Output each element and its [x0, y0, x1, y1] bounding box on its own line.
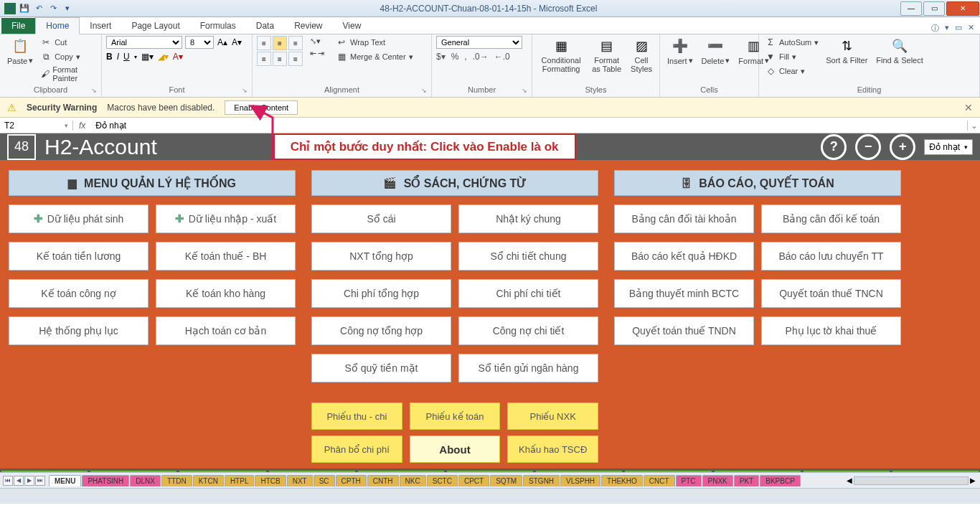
cut-button[interactable]: ✂Cut: [39, 36, 97, 49]
ws-tab-ptc[interactable]: PTC: [676, 475, 702, 486]
theme-select[interactable]: Đỏ nhạt▾: [924, 139, 973, 155]
decrease-decimal-button[interactable]: ←.0: [494, 52, 510, 62]
btn-ke-toan-thue-bh[interactable]: Kế toán thuế - BH: [156, 242, 296, 271]
tab-formulas[interactable]: Formulas: [190, 18, 246, 34]
save-icon[interactable]: 💾: [19, 3, 30, 14]
ws-tab-nxt[interactable]: NXT: [287, 475, 313, 486]
minimize-button[interactable]: —: [900, 1, 922, 16]
tab-nav-prev[interactable]: ◀: [14, 476, 24, 486]
tab-data[interactable]: Data: [246, 18, 284, 34]
dialog-launcher-icon[interactable]: ↘: [91, 87, 97, 94]
tab-nav-last[interactable]: ⏭: [35, 476, 45, 486]
currency-button[interactable]: $▾: [436, 52, 446, 62]
ws-tab-sctc[interactable]: SCTC: [427, 475, 458, 486]
btn-du-lieu-phat-sinh[interactable]: ✚Dữ liệu phát sinh: [9, 204, 149, 233]
format-painter-button[interactable]: 🖌Format Painter: [39, 65, 97, 83]
enable-content-button[interactable]: Enable Content: [225, 100, 298, 115]
btn-phu-luc-to-khai[interactable]: Phụ lục tờ khai thuế: [761, 316, 901, 345]
btn-cong-no-tong-hop[interactable]: Công nợ tổng hợp: [311, 316, 451, 345]
grow-font-icon[interactable]: A▴: [217, 37, 228, 48]
ws-tab-ktcn[interactable]: KTCN: [193, 475, 224, 486]
copy-button[interactable]: ⧉Copy ▾: [39, 50, 97, 63]
btn-chi-phi-chi-tiet[interactable]: Chi phí chi tiết: [458, 279, 598, 308]
sort-filter-button[interactable]: ⇅Sort & Filter: [823, 36, 870, 66]
hscroll-track[interactable]: [854, 476, 969, 485]
btn-ke-toan-tien-luong[interactable]: Kế toán tiền lương: [9, 242, 149, 271]
btn-so-chi-tiet-chung[interactable]: Sổ chi tiết chung: [458, 242, 598, 271]
bold-button[interactable]: B: [106, 52, 113, 62]
btn-nxt-tong-hop[interactable]: NXT tổng hợp: [311, 242, 451, 271]
border-button[interactable]: ▦▾: [141, 52, 154, 62]
tab-nav-first[interactable]: ⏮: [3, 476, 13, 486]
ws-tab-cnth[interactable]: CNTH: [367, 475, 399, 486]
btn-so-quy-tien-mat[interactable]: Sổ quỹ tiền mặt: [311, 354, 451, 382]
ws-tab-ttdn[interactable]: TTDN: [161, 475, 192, 486]
btn-nhat-ky-chung[interactable]: Nhật ký chung: [458, 204, 598, 233]
btn-khau-hao-tscd[interactable]: Khấu hao TSCĐ: [507, 436, 598, 463]
plus-button[interactable]: +: [890, 134, 915, 160]
btn-so-tien-gui-ngan-hang[interactable]: Sổ tiền gửi ngân hàng: [458, 354, 598, 382]
percent-button[interactable]: %: [451, 52, 459, 62]
orientation-button[interactable]: ⤡▾: [308, 36, 326, 47]
btn-hach-toan-co-ban[interactable]: Hạch toán cơ bản: [156, 316, 296, 345]
name-box[interactable]: T2▾: [0, 121, 73, 131]
hscroll-left[interactable]: ◀: [847, 476, 852, 484]
btn-chi-phi-tong-hop[interactable]: Chi phí tổng hợp: [311, 279, 451, 308]
tab-insert[interactable]: Insert: [80, 18, 121, 34]
ws-tab-stgnh[interactable]: STGNH: [523, 475, 560, 486]
window-close-icon[interactable]: ✕: [968, 23, 974, 34]
fill-color-button[interactable]: ◢▾: [158, 52, 169, 62]
ws-tab-bkpbcp[interactable]: BKPBCP: [760, 475, 801, 486]
fx-icon[interactable]: fx: [73, 121, 91, 131]
ws-tab-phatsinh[interactable]: PHATSINH: [82, 475, 129, 486]
ws-tab-thekho[interactable]: THEKHO: [601, 475, 643, 486]
paste-button[interactable]: 📋 Paste ▾: [4, 36, 36, 67]
ws-tab-htpl[interactable]: HTPL: [225, 475, 255, 486]
underline-button[interactable]: U: [123, 52, 130, 62]
btn-bao-cao-hdkd[interactable]: Báo cáo kết quả HĐKD: [614, 242, 754, 271]
comma-button[interactable]: ,: [464, 52, 466, 62]
fill-button[interactable]: ▼Fill ▾: [763, 50, 820, 63]
clear-button[interactable]: ◇Clear ▾: [763, 65, 820, 77]
btn-bang-can-doi-kt[interactable]: Bảng cân đối kế toán: [761, 204, 901, 233]
help-button[interactable]: ?: [821, 134, 847, 160]
ws-tab-pnxk[interactable]: PNXK: [702, 475, 733, 486]
conditional-formatting-button[interactable]: ▦Conditional Formatting: [537, 36, 585, 75]
btn-quyet-toan-tndn[interactable]: Quyết toán thuế TNDN: [614, 316, 754, 345]
close-warning-icon[interactable]: ✕: [964, 102, 973, 113]
maximize-button[interactable]: ▭: [923, 1, 945, 16]
find-select-button[interactable]: 🔍Find & Select: [873, 36, 925, 66]
btn-du-lieu-nhap-xuat[interactable]: ✚Dữ liệu nhập - xuất: [156, 204, 296, 233]
btn-cong-no-chi-tiet[interactable]: Công nợ chi tiết: [458, 316, 598, 345]
btn-phieu-nxk[interactable]: Phiếu NXK: [507, 403, 598, 430]
btn-phieu-ke-toan[interactable]: Phiếu kế toán: [410, 403, 501, 430]
insert-cells-button[interactable]: ➕Insert▾: [664, 36, 696, 67]
font-size-select[interactable]: 8: [185, 36, 214, 49]
tab-review[interactable]: Review: [284, 18, 332, 34]
ws-tab-htcb[interactable]: HTCB: [255, 475, 286, 486]
font-name-select[interactable]: Arial: [106, 36, 182, 49]
btn-about[interactable]: About: [410, 436, 501, 463]
tab-home[interactable]: Home: [35, 17, 80, 34]
btn-phieu-thu-chi[interactable]: Phiếu thu - chi: [311, 403, 402, 430]
tab-nav-next[interactable]: ▶: [24, 476, 34, 486]
btn-so-cai[interactable]: Sổ cái: [311, 204, 451, 233]
increase-indent-button[interactable]: ⇥: [318, 49, 324, 58]
increase-decimal-button[interactable]: .0→: [473, 52, 489, 62]
undo-icon[interactable]: ↶: [33, 3, 44, 14]
ws-tab-pkt[interactable]: PKT: [734, 475, 759, 486]
minus-button[interactable]: −: [855, 134, 881, 160]
tab-page-layout[interactable]: Page Layout: [121, 18, 189, 34]
ws-tab-nkc[interactable]: NKC: [400, 475, 426, 486]
ws-tab-menu[interactable]: MENU: [49, 475, 81, 486]
btn-phan-bo-chi-phi[interactable]: Phân bổ chi phí: [311, 436, 402, 463]
autosum-button[interactable]: ΣAutoSum ▾: [763, 36, 820, 49]
btn-he-thong-phu-luc[interactable]: Hệ thống phụ lục: [9, 316, 149, 345]
cell-styles-button[interactable]: ▨Cell Styles: [628, 36, 655, 75]
btn-ke-toan-cong-no[interactable]: Kế toán công nợ: [9, 279, 149, 308]
btn-bao-cao-luu-chuyen[interactable]: Báo cáo lưu chuyển TT: [761, 242, 901, 271]
wrap-text-button[interactable]: ↩Wrap Text: [334, 36, 415, 49]
dialog-launcher-icon[interactable]: ↘: [421, 87, 427, 94]
qat-dropdown-icon[interactable]: ▾: [62, 3, 73, 14]
file-tab[interactable]: File: [1, 18, 35, 34]
